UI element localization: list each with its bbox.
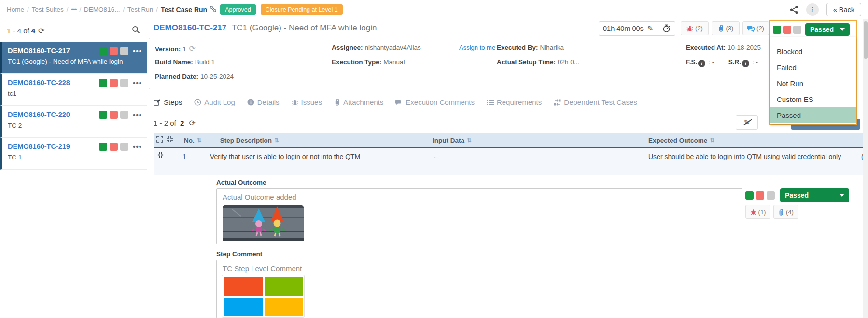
run-notrun-square[interactable] [793,26,801,34]
share-icon[interactable] [790,5,798,14]
test-case-id[interactable]: DEMO8160-TC-220 [8,111,70,118]
notrun-square[interactable] [120,79,128,87]
tab-attachments[interactable]: Attachments [334,98,383,106]
status-dropdown-menu: Blocked Failed Not Run Custom ES Passed [770,37,856,124]
comments-count-button[interactable]: (2) [742,21,769,35]
vertical-scrollbar[interactable] [863,19,868,318]
item-menu-icon[interactable]: ••• [133,47,142,55]
column-no[interactable]: No.⇅ [184,137,202,144]
search-icon[interactable] [132,26,140,35]
passed-square[interactable] [99,79,107,87]
actual-outcome-attachment-image[interactable] [223,205,304,243]
status-option-failed[interactable]: Failed [770,59,856,75]
step-issues-count-button[interactable]: (1) [745,205,770,219]
actual-outcome-box[interactable]: Actual Outcome added [216,188,742,244]
step-notrun-square[interactable] [767,191,775,200]
step-comment-attachment-image[interactable] [222,275,305,318]
fs-label: F.S. [686,58,697,66]
tab-execution-comments[interactable]: Execution Comments [395,98,475,106]
breadcrumb-test-suites[interactable]: Test Suites [32,6,64,13]
back-button[interactable]: « Back [826,3,861,16]
breadcrumb-separator: / [123,6,125,13]
info-icon[interactable]: i [806,3,819,16]
notrun-square[interactable] [120,111,128,119]
issues-count-button[interactable]: (2) [681,21,709,35]
passed-square[interactable] [99,111,107,119]
run-failed-square[interactable] [783,26,791,34]
notrun-square[interactable] [120,143,128,151]
item-menu-icon[interactable]: ••• [133,143,142,151]
sr-info-icon[interactable]: i [742,60,749,67]
step-comment-box[interactable]: TC Step Level Comment [216,260,742,318]
collapse-all-icon[interactable] [167,136,173,145]
item-menu-icon[interactable]: ••• [133,111,142,119]
step-failed-square[interactable] [756,191,764,200]
execution-time-value: 01h 40m 00s [599,25,647,32]
title-test-case-id[interactable]: DEMO8160-TC-217 [154,23,226,32]
breadcrumb-ellipsis[interactable]: ••• [71,6,76,13]
passed-square[interactable] [99,47,107,55]
test-case-id[interactable]: DEMO8160-TC-228 [8,79,70,87]
step-issues-count: (1) [758,208,766,216]
tab-audit-log[interactable]: Audit Log [194,98,235,106]
scrollbar-thumb[interactable] [864,21,868,59]
execution-type-value: Manual [383,58,405,66]
failed-square[interactable] [110,47,118,55]
breadcrumb: Home/ Test Suites/ •••/ DEMO816.../ Test… [0,0,868,19]
breadcrumb-test-run[interactable]: Test Run [127,6,153,13]
step-attachments-count-button[interactable]: (4) [773,205,798,219]
row-collapse-icon[interactable] [157,151,164,160]
failed-square[interactable] [110,143,118,151]
test-case-list-item[interactable]: DEMO8160-TC-228 ••• tc1 [0,74,147,106]
fs-info-icon[interactable]: i [698,60,705,67]
status-option-not-run[interactable]: Not Run [770,75,856,91]
step-row[interactable]: 1 Verify that user is able to login or n… [154,147,863,175]
step-status-dropdown[interactable]: Passed [780,188,849,202]
tab-issues[interactable]: Issues [292,98,322,106]
breadcrumb-home[interactable]: Home [7,6,24,13]
sort-icon[interactable]: ⇅ [467,137,472,144]
sort-icon[interactable]: ⇅ [197,137,202,144]
status-option-custom-es[interactable]: Custom ES [770,91,856,107]
breadcrumb-separator: / [27,6,29,13]
list-count-total: 4 [31,27,35,35]
step-passed-square[interactable] [745,191,754,200]
expand-all-icon[interactable] [156,136,163,145]
tab-details[interactable]: Details [247,98,280,106]
permalink-icon[interactable] [210,5,216,14]
sort-icon[interactable]: ⇅ [710,137,714,144]
stopwatch-icon[interactable] [658,24,675,33]
notrun-square[interactable] [120,47,128,55]
column-step-description[interactable]: Step Description⇅ [220,137,279,144]
toggle-edit-mode-button[interactable]: ✎ [736,115,758,130]
breadcrumb-suite-id[interactable]: DEMO816... [84,6,120,13]
tab-dependent-test-cases[interactable]: Dependent Test Cases [554,98,637,106]
test-case-list-item[interactable]: DEMO8160-TC-217 ••• TC1 (Google) - Need … [0,42,147,74]
column-input-data[interactable]: Input Data⇅ [433,137,472,144]
failed-square[interactable] [110,111,118,119]
failed-square[interactable] [110,79,118,87]
refresh-icon[interactable]: ⟳ [38,26,44,35]
assign-to-me-link[interactable]: Assign to me [459,44,495,51]
tab-requirements[interactable]: Requirements [487,98,542,106]
test-case-list-item[interactable]: DEMO8160-TC-219 ••• TC 1 [0,138,147,170]
test-case-id[interactable]: DEMO8160-TC-219 [8,143,70,150]
status-option-passed[interactable]: Passed [770,107,856,123]
status-option-blocked[interactable]: Blocked [770,43,856,59]
column-expected-outcome[interactable]: Expected Outcome⇅ [648,137,714,144]
ms-logo-blue [224,298,263,316]
run-passed-square[interactable] [773,26,781,34]
test-case-id[interactable]: DEMO8160-TC-217 [8,47,70,55]
version-refresh-icon[interactable]: ⟳ [189,44,196,53]
actual-setup-time-label: Actual Setup Time [497,58,554,66]
steps-refresh-icon[interactable]: ⟳ [189,119,195,127]
item-menu-icon[interactable]: ••• [133,79,142,87]
run-status-dropdown[interactable]: Passed [805,23,850,36]
passed-square[interactable] [99,143,107,151]
edit-time-icon[interactable]: ✎ [647,24,658,33]
tab-steps[interactable]: Steps [154,98,182,106]
comments-count: (2) [756,25,764,32]
attachments-count-button[interactable]: (3) [712,21,740,35]
test-case-list-item[interactable]: DEMO8160-TC-220 ••• TC 2 [0,106,147,138]
sort-icon[interactable]: ⇅ [274,137,279,144]
